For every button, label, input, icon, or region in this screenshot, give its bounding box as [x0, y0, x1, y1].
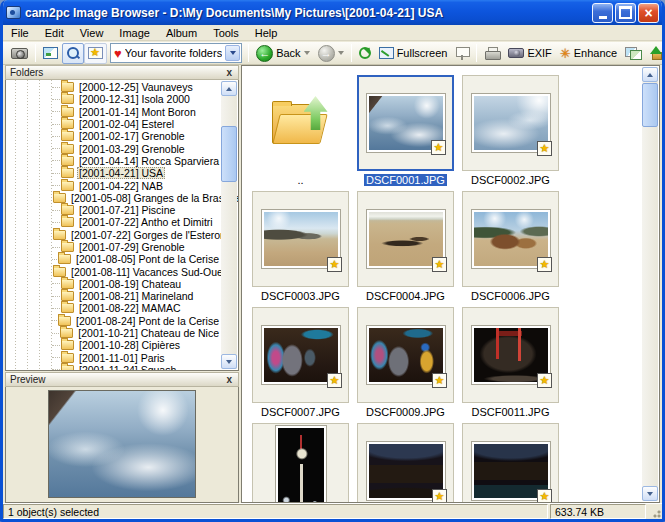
- thumbnail-item[interactable]: ★ DSCF0011.JPG: [462, 307, 559, 419]
- title-bar[interactable]: cam2pc Image Browser - D:\My Documents\M…: [0, 0, 665, 25]
- thumbnail-filename[interactable]: ..: [295, 174, 305, 186]
- folder-tree-item[interactable]: [2001-04-14] Rocca Sparviera: [6, 155, 221, 167]
- folders-panel-close-icon[interactable]: x: [224, 68, 234, 78]
- folder-tree-item[interactable]: [2001-04-21] USA: [6, 167, 221, 179]
- scroll-down-button[interactable]: [221, 354, 237, 369]
- thumbnail-filename[interactable]: DSCF0003.JPG: [259, 290, 342, 302]
- forward-button[interactable]: →: [314, 43, 348, 64]
- resize-grip[interactable]: [648, 504, 662, 519]
- upload-arrow-icon: [650, 46, 662, 60]
- folder-tree-item[interactable]: [2001-08-19] Chateau: [6, 278, 221, 290]
- preview-panel-close-icon[interactable]: x: [224, 375, 234, 385]
- folder-tree-item[interactable]: [2001-08-21] Marineland: [6, 290, 221, 302]
- favorite-star-badge: ★: [537, 257, 552, 272]
- folder-tree-item[interactable]: [2000-12-25] Vaunaveys: [6, 81, 221, 93]
- thumbnail-item[interactable]: ★ DSCF0007.JPG: [252, 307, 349, 419]
- thumbnail-filename[interactable]: DSCF0002.JPG: [469, 174, 552, 186]
- folder-tree-item[interactable]: [2001-07-21] Piscine: [6, 204, 221, 216]
- folder-tree-item[interactable]: [2001-07-22] Gorges de l'Esteron: [6, 229, 221, 241]
- thumbnail-item[interactable]: ★ DSCF0002.JPG: [462, 75, 559, 187]
- folder-icon: [53, 193, 66, 203]
- preview-panel-title: Preview: [10, 374, 224, 385]
- folder-tree-item[interactable]: [2001-08-11] Vacances Sud-Ouest: [6, 265, 221, 277]
- parent-folder-icon: [268, 96, 334, 150]
- enhance-button[interactable]: ✳ Enhance: [556, 43, 621, 64]
- folder-name: [2001-04-21] USA: [77, 167, 165, 179]
- thumbnail-item[interactable]: ★ DSCF0004.JPG: [357, 191, 454, 303]
- scroll-up-button[interactable]: [642, 67, 658, 82]
- folders-scrollbar[interactable]: [221, 81, 237, 369]
- thumbnail-item[interactable]: ★: [462, 423, 559, 503]
- folder-tree-item[interactable]: [2001-11-24] Squash: [6, 364, 221, 371]
- folder-tree-item[interactable]: [2001-03-29] Grenoble: [6, 142, 221, 154]
- thumbnail-filename[interactable]: DSCF0011.JPG: [469, 406, 551, 418]
- print-button[interactable]: [480, 43, 504, 64]
- camera-transfer-button[interactable]: [7, 43, 32, 64]
- thumbnail-item[interactable]: ★ DSCF0006.JPG: [462, 191, 559, 303]
- scrollbar-thumb[interactable]: [221, 126, 237, 182]
- menu-image[interactable]: Image: [111, 26, 158, 40]
- folder-tree-item[interactable]: [2001-07-29] Grenoble: [6, 241, 221, 253]
- scroll-down-button[interactable]: [642, 486, 658, 501]
- folder-tree-item[interactable]: [2001-02-17] Grenoble: [6, 130, 221, 142]
- menu-tools[interactable]: Tools: [205, 26, 247, 40]
- folder-tree-item[interactable]: [2001-04-22] NAB: [6, 179, 221, 191]
- thumbnail-item[interactable]: ..: [252, 75, 349, 187]
- thumbnail-item[interactable]: [252, 423, 349, 503]
- browse-mode-button[interactable]: [62, 43, 84, 64]
- dropdown-arrow-button[interactable]: [225, 45, 240, 61]
- menu-view[interactable]: View: [72, 26, 112, 40]
- convert-button[interactable]: [621, 43, 646, 64]
- close-button[interactable]: ×: [638, 3, 659, 23]
- main-area: Folders x [2000-12-25] Vaunaveys [2000-1…: [3, 65, 662, 503]
- folder-tree-item[interactable]: [2001-08-05] Pont de la Cerise: [6, 253, 221, 265]
- folder-name: [2001-07-22] Gorges de l'Esteron: [69, 229, 228, 241]
- minimize-button[interactable]: [592, 3, 613, 23]
- menu-file[interactable]: File: [3, 26, 37, 40]
- back-button[interactable]: ← Back: [252, 43, 313, 64]
- maximize-button[interactable]: [615, 3, 636, 23]
- menu-album[interactable]: Album: [158, 26, 205, 40]
- folder-name: [2001-07-22] Antho et Dimitri: [77, 216, 215, 228]
- thumbnails-scrollbar[interactable]: [642, 67, 658, 501]
- folder-icon: [61, 131, 74, 141]
- folder-tree-item[interactable]: [2001-02-04] Esterel: [6, 118, 221, 130]
- menu-edit[interactable]: Edit: [37, 26, 72, 40]
- back-arrow-icon: ←: [256, 45, 273, 62]
- folder-tree[interactable]: [2000-12-25] Vaunaveys [2000-12-31] Isol…: [5, 80, 239, 371]
- menu-help[interactable]: Help: [247, 26, 286, 40]
- thumbnail-filename[interactable]: DSCF0009.JPG: [364, 406, 447, 418]
- upload-button[interactable]: [646, 43, 665, 64]
- slideshow-button[interactable]: [451, 43, 473, 64]
- refresh-button[interactable]: [355, 43, 375, 64]
- folder-icon: [61, 107, 74, 117]
- folder-tree-item[interactable]: [2001-08-22] MAMAC: [6, 302, 221, 314]
- scrollbar-thumb[interactable]: [642, 83, 658, 127]
- scroll-up-button[interactable]: [221, 81, 237, 96]
- thumbnail-filename[interactable]: DSCF0006.JPG: [469, 290, 552, 302]
- thumbnail-filename[interactable]: DSCF0004.JPG: [364, 290, 447, 302]
- favorite-folders-dropdown[interactable]: ♥ Your favorite folders: [110, 43, 242, 63]
- image-editor-button[interactable]: [39, 43, 62, 64]
- folder-tree-item[interactable]: [2001-05-08] Granges de la Brasque: [6, 192, 221, 204]
- folder-tree-item[interactable]: [2001-07-22] Antho et Dimitri: [6, 216, 221, 228]
- heart-icon: ♥: [114, 47, 122, 60]
- thumbnail-pane[interactable]: .. ★ DSCF0001.JPG ★ DSCF0002.JPG ★ DSCF0…: [241, 65, 660, 503]
- folder-tree-item[interactable]: [2000-12-31] Isola 2000: [6, 93, 221, 105]
- thumbnail-item[interactable]: ★ DSCF0001.JPG: [357, 75, 454, 187]
- folder-tree-item[interactable]: [2001-08-24] Pont de la Cerise: [6, 315, 221, 327]
- folder-tree-item[interactable]: [2001-10-28] Cipières: [6, 339, 221, 351]
- thumbnail-filename[interactable]: DSCF0001.JPG: [364, 174, 447, 186]
- thumbnail-item[interactable]: ★: [357, 423, 454, 503]
- thumbnail-item[interactable]: ★ DSCF0003.JPG: [252, 191, 349, 303]
- favorites-mode-button[interactable]: ★: [84, 43, 107, 64]
- status-size-text: 633.74 KB: [550, 504, 646, 519]
- folder-tree-item[interactable]: [2001-01-14] Mont Boron: [6, 106, 221, 118]
- folder-tree-item[interactable]: [2001-10-21] Chateau de Nice: [6, 327, 221, 339]
- thumbnail-filename[interactable]: DSCF0007.JPG: [259, 406, 342, 418]
- folder-tree-item[interactable]: [2001-11-01] Paris: [6, 352, 221, 364]
- fullscreen-button[interactable]: Fullscreen: [375, 43, 452, 64]
- thumbnail-item[interactable]: ★ DSCF0009.JPG: [357, 307, 454, 419]
- exif-button[interactable]: EXIF: [504, 43, 555, 64]
- image-icon: [43, 47, 58, 59]
